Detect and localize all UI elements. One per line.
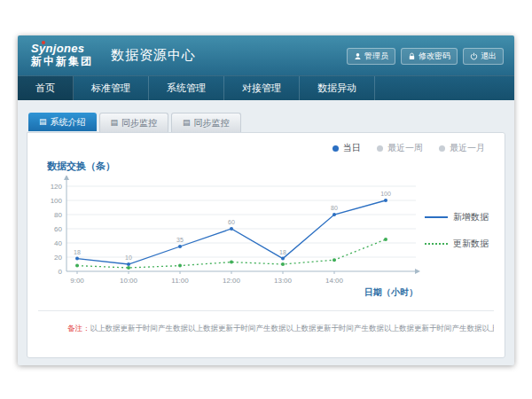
svg-text:20: 20: [54, 254, 62, 262]
main-nav: 首页 标准管理 系统管理 对接管理 数据异动: [18, 75, 514, 100]
app-window: Synjones 新中新集团 数据资源中心 管理员 修改密码 退出 首页 标准管…: [18, 35, 514, 365]
logo-text: Synjones: [31, 43, 93, 56]
svg-text:100: 100: [51, 197, 63, 205]
nav-item-home[interactable]: 首页: [18, 76, 74, 100]
admin-button[interactable]: 管理员: [347, 48, 395, 65]
tab-sync-monitor-1[interactable]: ▤ 同步监控: [99, 113, 169, 132]
main-content: ▤ 系统介绍 ▤ 同步监控 ▤ 同步监控 当日 最近一周: [18, 100, 514, 358]
svg-text:9:00: 9:00: [70, 277, 84, 285]
tab-system-intro-label: 系统介绍: [51, 116, 86, 129]
footnote-text: 以上数据更新于时间产生数据以上数据更新于时间产生数据以上数据更新于时间产生数据以…: [90, 324, 495, 332]
filter-last-month-label: 最近一月: [450, 142, 485, 154]
filter-last-week-label: 最近一周: [387, 142, 423, 154]
tab-sync-monitor-2[interactable]: ▤ 同步监控: [171, 113, 241, 132]
legend-dot-icon: [332, 145, 339, 152]
tab-grid-icon: ▤: [183, 119, 191, 127]
svg-text:40: 40: [54, 239, 62, 247]
tab-bar: ▤ 系统介绍 ▤ 同步监控 ▤ 同步监控: [28, 113, 505, 132]
svg-text:60: 60: [228, 219, 235, 225]
legend-dot-icon: [439, 145, 445, 152]
svg-text:10:00: 10:00: [120, 277, 138, 285]
svg-text:0: 0: [59, 268, 63, 276]
tab-grid-icon: ▤: [111, 119, 119, 127]
header-buttons: 管理员 修改密码 退出: [347, 48, 504, 65]
nav-item-system-mgmt[interactable]: 系统管理: [149, 76, 224, 100]
company-logo: Synjones 新中新集团: [31, 43, 93, 68]
tab-grid-icon: ▤: [39, 118, 47, 126]
logout-button[interactable]: 退出: [463, 48, 504, 65]
range-filters: 当日 最近一周 最近一月: [332, 142, 485, 154]
filter-today-label: 当日: [343, 142, 361, 154]
tab-system-intro[interactable]: ▤ 系统介绍: [28, 113, 97, 131]
svg-text:14:00: 14:00: [325, 277, 344, 285]
exchange-chart: 0204060801001209:0010:0011:0012:0013:001…: [40, 176, 430, 300]
user-icon: [354, 52, 362, 60]
chart-y-axis-title: 数据交换（条）: [47, 160, 115, 173]
chart-legend: 新增数据 更新数据: [425, 211, 489, 264]
chart-card: 当日 最近一周 最近一月 数据交换（条） 0204060801001209:00…: [27, 132, 505, 358]
svg-text:80: 80: [54, 211, 62, 219]
divider: [38, 310, 494, 311]
admin-button-label: 管理员: [364, 51, 388, 62]
nav-item-standard-mgmt[interactable]: 标准管理: [74, 76, 149, 100]
page-title: 数据资源中心: [111, 47, 196, 64]
svg-text:10: 10: [125, 254, 132, 261]
filter-today[interactable]: 当日: [332, 142, 361, 154]
footnote: 备注：以上数据更新于时间产生数据以上数据更新于时间产生数据以上数据更新于时间产生…: [67, 324, 494, 334]
power-icon: [470, 52, 478, 60]
footnote-label: 备注：: [67, 324, 90, 332]
legend-item-new-data[interactable]: 新增数据: [425, 211, 489, 223]
filter-last-week[interactable]: 最近一周: [377, 142, 423, 154]
svg-text:18: 18: [74, 249, 81, 255]
svg-text:12:00: 12:00: [223, 277, 241, 285]
legend-update-data-label: 更新数据: [453, 238, 489, 250]
solid-line-icon: [425, 216, 448, 218]
nav-item-data-change[interactable]: 数据异动: [300, 76, 375, 100]
app-header: Synjones 新中新集团 数据资源中心 管理员 修改密码 退出: [18, 35, 514, 75]
svg-text:日期（小时）: 日期（小时）: [364, 287, 418, 297]
filter-last-month[interactable]: 最近一月: [439, 142, 485, 154]
svg-text:18: 18: [279, 249, 286, 255]
svg-text:35: 35: [176, 237, 184, 243]
nav-item-connection-mgmt[interactable]: 对接管理: [224, 76, 300, 100]
svg-text:60: 60: [54, 225, 62, 233]
svg-text:100: 100: [380, 191, 391, 197]
tab-sync-monitor-1-label: 同步监控: [121, 117, 157, 129]
logout-button-label: 退出: [481, 51, 497, 62]
lock-icon: [408, 52, 416, 60]
dotted-line-icon: [425, 243, 448, 245]
svg-text:80: 80: [331, 205, 338, 211]
change-password-button-label: 修改密码: [419, 51, 450, 62]
tab-sync-monitor-2-label: 同步监控: [194, 117, 230, 129]
logo-subtext: 新中新集团: [31, 56, 93, 68]
legend-item-update-data[interactable]: 更新数据: [425, 238, 489, 250]
svg-text:13:00: 13:00: [274, 277, 293, 285]
svg-text:120: 120: [51, 183, 63, 191]
legend-dot-icon: [377, 145, 383, 152]
svg-text:11:00: 11:00: [171, 277, 189, 285]
change-password-button[interactable]: 修改密码: [401, 48, 458, 65]
legend-new-data-label: 新增数据: [453, 211, 489, 223]
